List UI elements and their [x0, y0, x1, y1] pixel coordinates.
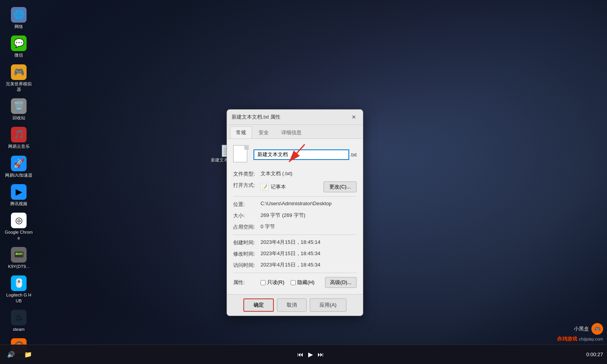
taskbar-left: 🔊 📁: [0, 347, 39, 362]
notepad-icon: 📝: [261, 183, 268, 191]
modified-label: 修改时间:: [233, 250, 261, 257]
size-value: 269 字节 (269 字节): [261, 212, 357, 219]
tencent-video-label: 腾讯视频: [10, 201, 27, 206]
desktop-icon-tencent-video[interactable]: ▶腾讯视频: [3, 183, 34, 208]
openwith-label: 打开方式:: [233, 181, 261, 189]
watermark-xiaoheihe: 小黑盒: [574, 325, 589, 332]
desktop-icon-mumu[interactable]: 🎮完美世界模拟器: [3, 63, 34, 94]
divider-3: [233, 273, 357, 273]
file-header: .txt: [233, 145, 357, 164]
network-label: 网络: [14, 24, 23, 29]
accessed-label: 访问时间:: [233, 261, 261, 269]
desktop-icon-uu[interactable]: 🚀网易UU加速器: [3, 154, 34, 179]
steam-label: steam: [13, 327, 25, 332]
k9y-icon: 📟: [11, 247, 27, 263]
netease-music-label: 网易云音乐: [8, 144, 30, 149]
wechat-icon: 💬: [11, 36, 27, 51]
dialog-titlebar: 新建文本文档.txt 属性 ✕: [227, 110, 363, 125]
media-back-button[interactable]: ⏮: [297, 351, 304, 358]
hidden-checkbox-label[interactable]: 隐藏(H): [291, 279, 314, 286]
watermark-logo: 🎮: [591, 323, 603, 335]
network-icon: 🌐: [11, 7, 27, 23]
folder-icon: 📁: [24, 351, 32, 358]
size-label: 大小:: [233, 212, 261, 219]
tab-security[interactable]: 安全: [253, 126, 275, 138]
openwith-app: 记事本: [271, 183, 323, 190]
ok-button[interactable]: 确定: [243, 298, 274, 312]
desktop-icons: 🌐网络💬微信🎮完美世界模拟器🗑️回收站🎵网易云音乐🚀网易UU加速器▶腾讯视频◎G…: [0, 0, 51, 364]
dialog-content: .txt 文件类型: 文本文档 (.txt) 打开方式: 📝 记事本 更改(C)…: [227, 139, 363, 294]
watermark-site: chijiplay.com: [579, 337, 603, 341]
created-value: 2023年4月15日，18:45:14: [261, 239, 357, 246]
mumu-icon: 🎮: [11, 64, 27, 80]
media-play-button[interactable]: ▶: [308, 351, 313, 358]
file-ext: .txt: [349, 152, 357, 158]
desktop-icon-netease-music[interactable]: 🎵网易云音乐: [3, 125, 34, 151]
logitech-label: Logitech G HUB: [5, 292, 33, 304]
desktop-icon-logitech[interactable]: 🖱️Logitech G HUB: [3, 274, 34, 305]
sizeondisk-value: 0 字节: [261, 223, 357, 230]
taskbar-file-manager[interactable]: 📁: [20, 347, 36, 362]
hidden-label: 隐藏(H): [297, 279, 314, 286]
desktop: 🌐网络💬微信🎮完美世界模拟器🗑️回收站🎵网易云音乐🚀网易UU加速器▶腾讯视频◎G…: [0, 0, 607, 364]
cancel-button[interactable]: 取消: [277, 298, 307, 312]
watermark-brand: 赤鸡游戏: [557, 336, 577, 343]
divider-2: [233, 234, 357, 235]
created-row: 创建时间: 2023年4月15日，18:45:14: [233, 239, 357, 246]
apply-button[interactable]: 应用(A): [310, 298, 346, 312]
readonly-checkbox-label[interactable]: 只读(R): [261, 279, 284, 286]
attr-label: 属性:: [233, 279, 261, 286]
created-label: 创建时间:: [233, 239, 261, 246]
desktop-icon-chrome[interactable]: ◎Google Chrome: [3, 211, 34, 242]
attributes-row: 属性: 只读(R) 隐藏(H) 高级(D)...: [233, 277, 357, 288]
filetype-row: 文件类型: 文本文档 (.txt): [233, 170, 357, 178]
tab-general[interactable]: 常规: [230, 126, 252, 138]
modified-value: 2023年4月15日，18:45:34: [261, 250, 357, 257]
change-app-button[interactable]: 更改(C)...: [323, 181, 357, 192]
163-label: 回收站: [12, 115, 25, 121]
attr-checkboxes: 只读(R) 隐藏(H): [261, 279, 325, 286]
hidden-checkbox[interactable]: [291, 280, 296, 285]
logitech-icon: 🖱️: [11, 275, 27, 291]
mumu-label: 完美世界模拟器: [5, 81, 33, 92]
advanced-button[interactable]: 高级(D)...: [325, 277, 357, 288]
chrome-icon: ◎: [11, 213, 27, 228]
dialog-title: 新建文本文档.txt 属性: [232, 114, 280, 121]
media-forward-button[interactable]: ⏭: [318, 351, 324, 358]
size-row: 大小: 269 字节 (269 字节): [233, 212, 357, 219]
netease-music-icon: 🎵: [11, 127, 27, 142]
desktop-icon-k9y[interactable]: 📟K9Y(DT9...: [3, 245, 34, 271]
divider-1: [233, 196, 357, 197]
tencent-video-icon: ▶: [11, 184, 27, 200]
accessed-value: 2023年4月15日，18:45:34: [261, 261, 357, 268]
location-value: C:\Users\Administrator\Desktop: [261, 201, 357, 206]
filename-input[interactable]: [254, 149, 349, 160]
location-label: 位置:: [233, 201, 261, 208]
properties-dialog: 新建文本文档.txt 属性 ✕ 常规 安全 详细信息 .txt 文件类型: 文本…: [227, 109, 363, 316]
uu-label: 网易UU加速器: [5, 172, 33, 178]
watermark: 小黑盒 🎮 赤鸡游戏 chijiplay.com: [557, 323, 603, 343]
163-icon: 🗑️: [11, 98, 27, 114]
readonly-checkbox[interactable]: [261, 280, 266, 285]
sizeondisk-row: 占用空间: 0 字节: [233, 223, 357, 231]
taskbar-right: 0:00:27: [582, 352, 607, 357]
taskbar-volume[interactable]: 🔊: [3, 347, 19, 362]
filetype-value: 文本文档 (.txt): [261, 170, 357, 177]
location-row: 位置: C:\Users\Administrator\Desktop: [233, 201, 357, 208]
desktop-icon-wechat[interactable]: 💬微信: [3, 34, 34, 59]
dialog-close-button[interactable]: ✕: [350, 113, 358, 121]
taskbar: 🔊 📁 ⏮ ▶ ⏭ 0:00:27: [0, 344, 607, 364]
desktop-icon-163[interactable]: 🗑️回收站: [3, 97, 34, 122]
dialog-footer: 确定 取消 应用(A): [227, 294, 363, 316]
filetype-label: 文件类型:: [233, 170, 261, 178]
openwith-row: 打开方式: 📝 记事本 更改(C)...: [233, 181, 357, 192]
file-icon: [233, 145, 249, 164]
tab-details[interactable]: 详细信息: [275, 126, 307, 138]
desktop-icon-steam[interactable]: ♨steam: [3, 308, 34, 334]
chrome-label: Google Chrome: [5, 229, 33, 241]
wechat-label: 微信: [14, 52, 23, 58]
modified-row: 修改时间: 2023年4月15日，18:45:34: [233, 250, 357, 257]
readonly-label: 只读(R): [267, 279, 284, 286]
volume-icon: 🔊: [7, 351, 15, 358]
desktop-icon-network[interactable]: 🌐网络: [3, 5, 34, 31]
